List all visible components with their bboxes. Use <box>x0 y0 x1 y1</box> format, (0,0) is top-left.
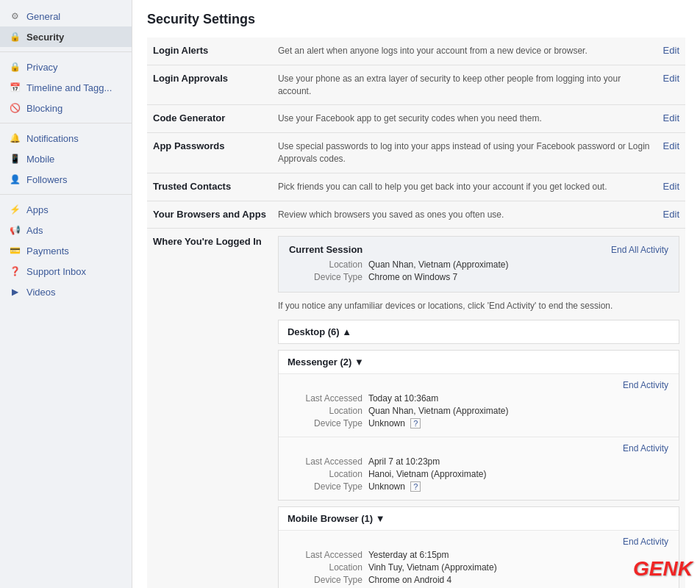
sidebar-label-followers: Followers <box>26 174 68 185</box>
messenger-1-device-value: Unknown ? <box>368 418 668 429</box>
messenger-entry-2: End Activity Last Accessed April 7 at 10… <box>279 437 679 500</box>
notif-icon: 🔔 <box>9 132 21 144</box>
location-label: Location <box>289 259 362 270</box>
settings-table: Login Alerts Get an alert when anyone lo… <box>147 37 685 588</box>
end-activity-mobile-1[interactable]: End Activity <box>623 537 668 547</box>
edit-login-alerts[interactable]: Edit <box>663 45 679 56</box>
desktop-group-arrow: ▲ <box>342 326 351 337</box>
timeline-icon: 📅 <box>9 82 21 93</box>
block-icon: 🚫 <box>9 102 21 114</box>
setting-label-trusted-contacts: Trusted Contacts <box>147 173 272 201</box>
sidebar-divider-2 <box>0 123 132 123</box>
sidebar-label-apps: Apps <box>26 204 49 215</box>
mobile-1-device-value: Chrome on Android 4 <box>368 575 668 585</box>
sidebar-item-notifications[interactable]: 🔔 Notifications <box>0 128 132 148</box>
followers-icon: 👤 <box>9 173 21 185</box>
sidebar-label-mobile: Mobile <box>26 154 54 165</box>
messenger-2-location-value: Hanoi, Vietnam (Approximate) <box>368 469 668 479</box>
payments-icon: 💳 <box>9 245 21 257</box>
privacy-icon: 🔒 <box>9 61 21 73</box>
setting-login-alerts: Login Alerts Get an alert when anyone lo… <box>147 37 685 65</box>
setting-desc-trusted-contacts: Pick friends you can call to help you ge… <box>272 173 656 201</box>
sidebar-label-payments: Payments <box>26 245 69 257</box>
desktop-group-header[interactable]: Desktop (6) ▲ <box>279 320 679 343</box>
sidebar-label-videos: Videos <box>26 287 56 298</box>
edit-code-generator[interactable]: Edit <box>663 112 679 123</box>
logged-in-section-row: Where You're Logged In Current Session E… <box>147 229 685 588</box>
setting-login-approvals: Login Approvals Use your phone as an ext… <box>147 65 685 105</box>
end-activity-messenger-2[interactable]: End Activity <box>623 443 668 453</box>
messenger-2-device-label: Device Type <box>289 481 362 492</box>
sidebar-divider-3 <box>0 194 132 195</box>
desktop-group: Desktop (6) ▲ <box>278 320 679 344</box>
messenger-entry-1: End Activity Last Accessed Today at 10:3… <box>279 373 679 437</box>
ads-icon: 📢 <box>9 224 21 236</box>
mobile-group-label: Mobile Browser (1) <box>288 513 373 524</box>
mobile-1-accessed-row: Last Accessed Yesterday at 6:15pm <box>289 550 668 560</box>
sidebar-item-ads[interactable]: 📢 Ads <box>0 220 132 240</box>
sidebar-item-timeline[interactable]: 📅 Timeline and Tagg... <box>0 77 132 98</box>
sidebar-item-general[interactable]: General <box>0 6 132 26</box>
sidebar-item-mobile[interactable]: 📱 Mobile <box>0 148 132 169</box>
messenger-2-accessed-label: Last Accessed <box>289 456 362 467</box>
logged-in-label: Where You're Logged In <box>147 229 272 588</box>
desktop-group-label: Desktop (6) <box>288 326 340 337</box>
setting-desc-login-approvals: Use your phone as an extra layer of secu… <box>272 65 656 105</box>
setting-trusted-contacts: Trusted Contacts Pick friends you can ca… <box>147 173 685 201</box>
setting-desc-login-alerts: Get an alert when anyone logs into your … <box>272 37 656 65</box>
apps-icon: ⚡ <box>9 204 21 215</box>
messenger-1-accessed-label: Last Accessed <box>289 393 362 404</box>
support-icon: ❓ <box>9 265 21 277</box>
sidebar-item-apps[interactable]: ⚡ Apps <box>0 199 132 220</box>
end-activity-messenger-1[interactable]: End Activity <box>623 380 668 390</box>
session-location-row: Location Quan Nhan, Vietnam (Approximate… <box>289 259 668 270</box>
sidebar-label-ads: Ads <box>26 225 43 236</box>
sidebar-item-privacy[interactable]: 🔒 Privacy <box>0 57 132 77</box>
messenger-1-location-label: Location <box>289 406 362 416</box>
sidebar-label-security: Security <box>26 32 64 43</box>
setting-code-generator: Code Generator Use your Facebook app to … <box>147 105 685 133</box>
messenger-1-accessed-row: Last Accessed Today at 10:36am <box>289 393 668 404</box>
messenger-2-accessed-value: April 7 at 10:23pm <box>368 456 668 467</box>
sidebar-label-notifications: Notifications <box>26 133 79 144</box>
setting-label-browsers-apps: Your Browsers and Apps <box>147 201 272 229</box>
sidebar-item-videos[interactable]: ▶ Videos <box>0 282 132 302</box>
location-value: Quan Nhan, Vietnam (Approximate) <box>368 259 509 270</box>
messenger-2-help[interactable]: ? <box>410 481 421 492</box>
videos-icon: ▶ <box>9 286 21 298</box>
mobile-group-arrow: ▼ <box>376 513 385 524</box>
messenger-1-device-row: Device Type Unknown ? <box>289 418 668 429</box>
sidebar-item-payments[interactable]: 💳 Payments <box>0 240 132 261</box>
sidebar-label-privacy: Privacy <box>26 62 58 73</box>
messenger-group-label: Messenger (2) <box>288 356 351 368</box>
sidebar-divider-1 <box>0 51 132 52</box>
messenger-1-help[interactable]: ? <box>410 418 421 429</box>
sidebar-label-timeline: Timeline and Tagg... <box>26 82 112 93</box>
messenger-group-arrow: ▼ <box>354 356 364 368</box>
messenger-entry-2-header: End Activity <box>289 443 668 453</box>
gear-icon <box>9 10 21 22</box>
edit-app-passwords[interactable]: Edit <box>663 140 679 151</box>
edit-trusted-contacts[interactable]: Edit <box>663 181 679 192</box>
mobile-1-location-row: Location Vinh Tuy, Vietnam (Approximate) <box>289 562 668 573</box>
mobile-1-accessed-label: Last Accessed <box>289 550 362 560</box>
edit-login-approvals[interactable]: Edit <box>663 73 679 84</box>
sidebar-item-followers[interactable]: 👤 Followers <box>0 169 132 190</box>
sidebar-item-security[interactable]: 🔒 Security <box>0 26 132 47</box>
messenger-group-header[interactable]: Messenger (2) ▼ <box>279 351 679 373</box>
end-all-activity-link[interactable]: End All Activity <box>611 245 668 255</box>
edit-browsers-apps[interactable]: Edit <box>663 209 679 220</box>
device-value: Chrome on Windows 7 <box>368 272 457 282</box>
setting-label-app-passwords: App Passwords <box>147 133 272 173</box>
messenger-2-location-label: Location <box>289 469 362 479</box>
sidebar-item-support[interactable]: ❓ Support Inbox <box>0 261 132 282</box>
setting-desc-app-passwords: Use special passwords to log into your a… <box>272 133 656 173</box>
setting-browsers-apps: Your Browsers and Apps Review which brow… <box>147 201 685 229</box>
mobile-group-header[interactable]: Mobile Browser (1) ▼ <box>279 507 679 530</box>
mobile-group: Mobile Browser (1) ▼ End Activity <box>278 506 679 588</box>
messenger-group: Messenger (2) ▼ End Activity <box>278 350 679 501</box>
device-label: Device Type <box>289 272 362 282</box>
sidebar-item-blocking[interactable]: 🚫 Blocking <box>0 98 132 118</box>
sidebar-label-general: General <box>26 11 60 22</box>
sidebar-label-support: Support Inbox <box>26 266 86 277</box>
